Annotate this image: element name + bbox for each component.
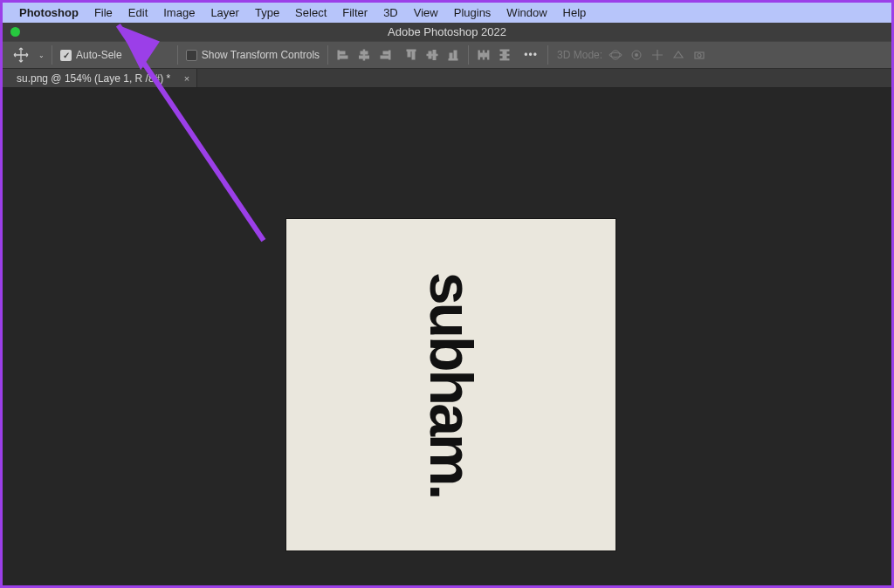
svg-rect-21 <box>480 53 483 57</box>
options-bar: ⌄ ✓ Auto-Sele Show Transform Controls <box>3 41 891 69</box>
auto-select-checkbox[interactable]: ✓ Auto-Sele <box>58 49 125 61</box>
menu-filter[interactable]: Filter <box>334 6 375 19</box>
svg-rect-8 <box>381 56 389 58</box>
align-vcenter-icon[interactable] <box>423 45 442 65</box>
more-options-button[interactable]: ••• <box>519 45 542 65</box>
svg-rect-24 <box>500 54 509 55</box>
svg-point-31 <box>635 53 638 57</box>
document-tab-label: su.png @ 154% (Laye 1, R /8#) * <box>17 72 170 85</box>
close-tab-icon[interactable]: × <box>184 73 189 84</box>
window-title: Adobe Photoshop 2022 <box>3 25 891 38</box>
align-hcenter-icon[interactable] <box>354 45 374 65</box>
svg-rect-19 <box>483 51 484 59</box>
document-tab[interactable]: su.png @ 154% (Laye 1, R /8#) * × <box>3 69 197 87</box>
align-left-icon[interactable] <box>334 45 353 65</box>
menu-plugins[interactable]: Plugins <box>446 6 499 19</box>
distribute-v-icon[interactable] <box>495 45 514 65</box>
divider <box>177 45 178 65</box>
svg-rect-11 <box>412 51 415 59</box>
mode3d-label: 3D Mode: <box>554 49 602 61</box>
distribute-buttons-group <box>474 45 514 65</box>
svg-rect-17 <box>454 51 457 58</box>
divider <box>52 45 52 65</box>
menu-edit[interactable]: Edit <box>120 6 155 19</box>
scale-3d-icon[interactable] <box>691 47 707 63</box>
document-tab-bar: su.png @ 154% (Laye 1, R /8#) * × <box>3 69 891 88</box>
show-transform-label: Show Transform Controls <box>202 49 320 61</box>
align-right-icon[interactable] <box>375 45 395 65</box>
svg-rect-26 <box>503 51 506 54</box>
menu-file[interactable]: File <box>86 6 120 19</box>
svg-rect-7 <box>383 51 389 54</box>
menu-help[interactable]: Help <box>555 6 595 19</box>
align-top-icon[interactable] <box>402 45 421 65</box>
svg-rect-4 <box>361 51 368 54</box>
svg-rect-16 <box>450 53 452 58</box>
svg-rect-20 <box>488 51 489 59</box>
mac-menubar: Photoshop File Edit Image Layer Type Sel… <box>3 3 891 23</box>
align-bottom-icon[interactable] <box>444 45 463 65</box>
svg-rect-10 <box>408 51 410 57</box>
svg-rect-5 <box>360 56 369 58</box>
move-tool-icon[interactable] <box>8 44 34 65</box>
slide-3d-icon[interactable] <box>670 47 686 63</box>
divider <box>327 45 328 65</box>
auto-select-label: Auto-Sele <box>76 49 122 61</box>
align-buttons-group <box>334 45 463 65</box>
traffic-green-icon[interactable] <box>10 27 20 37</box>
svg-rect-1 <box>340 51 345 54</box>
svg-point-28 <box>611 51 620 59</box>
menu-window[interactable]: Window <box>499 6 554 19</box>
menubar-app-name[interactable]: Photoshop <box>11 6 86 19</box>
menu-image[interactable]: Image <box>155 6 203 19</box>
svg-rect-6 <box>389 51 391 59</box>
svg-rect-14 <box>433 51 436 60</box>
svg-rect-13 <box>429 51 431 58</box>
svg-rect-23 <box>500 50 509 51</box>
orbit-3d-icon[interactable] <box>608 47 623 63</box>
divider <box>468 45 469 65</box>
show-transform-checkbox[interactable]: Show Transform Controls <box>183 49 322 61</box>
checkbox-unchecked-icon <box>186 50 197 61</box>
menu-view[interactable]: View <box>406 6 446 19</box>
divider <box>547 45 548 65</box>
svg-rect-9 <box>407 50 416 51</box>
canvas-area[interactable]: subham. <box>3 88 891 585</box>
app-window: Photoshop File Edit Image Layer Type Sel… <box>0 0 894 588</box>
checkbox-checked-icon: ✓ <box>60 50 72 61</box>
traffic-lights <box>3 27 20 37</box>
distribute-h-icon[interactable] <box>474 45 493 65</box>
window-titlebar: Adobe Photoshop 2022 <box>3 23 891 41</box>
rotate-3d-icon[interactable] <box>629 47 644 63</box>
svg-rect-15 <box>449 59 457 61</box>
artboard[interactable]: subham. <box>286 219 615 550</box>
pan-3d-icon[interactable] <box>650 47 665 63</box>
menu-layer[interactable]: Layer <box>203 6 247 19</box>
svg-point-33 <box>698 54 701 58</box>
svg-rect-25 <box>500 59 509 60</box>
svg-rect-0 <box>338 51 340 59</box>
menu-type[interactable]: Type <box>247 6 287 19</box>
menu-3d[interactable]: 3D <box>375 6 406 19</box>
svg-rect-2 <box>340 56 347 58</box>
mode3d-icons-group <box>608 47 707 63</box>
tool-dropdown-icon[interactable]: ⌄ <box>36 51 46 59</box>
artboard-text: subham. <box>417 272 485 498</box>
svg-rect-27 <box>503 56 506 58</box>
menu-select[interactable]: Select <box>287 6 334 19</box>
svg-rect-22 <box>485 53 487 57</box>
svg-rect-18 <box>478 51 479 59</box>
